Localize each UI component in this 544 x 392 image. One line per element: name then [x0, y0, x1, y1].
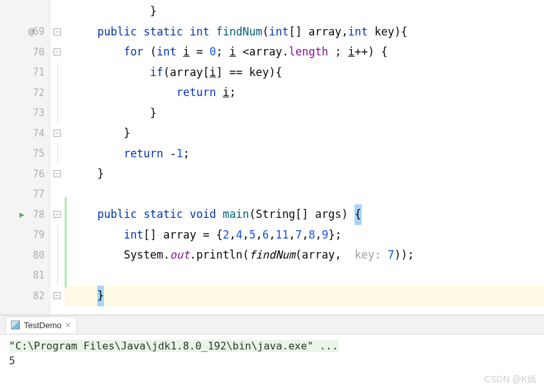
fold-gutter: − − − − − − [50, 0, 64, 315]
line-number: 81 [30, 270, 44, 281]
code-line[interactable] [64, 184, 544, 205]
code-line[interactable]: public static int findNum(int[] array,in… [64, 22, 544, 43]
fold-icon[interactable]: − [53, 130, 61, 137]
code-line[interactable]: } [64, 123, 544, 144]
code-content[interactable]: } public static int findNum(int[] array,… [64, 0, 544, 315]
code-line-current[interactable]: } [64, 286, 544, 306]
tab-label: TestDemo [24, 320, 62, 330]
code-line[interactable] [64, 266, 544, 286]
line-number: 71 [30, 66, 44, 78]
vcs-change-marker [64, 197, 67, 288]
code-line[interactable]: return i; [64, 83, 544, 103]
code-line[interactable]: } [64, 103, 544, 124]
close-icon[interactable]: × [66, 320, 71, 330]
line-number: 80 [30, 250, 44, 261]
console-tab-bar: TestDemo × [0, 315, 544, 335]
code-line[interactable]: System.out.println(findNum(array, key: 7… [64, 245, 544, 266]
code-line[interactable]: for (int i = 0; i <array.length ; i++) { [64, 42, 544, 63]
code-line[interactable]: } [64, 1, 544, 22]
console-command: "C:\Program Files\Java\jdk1.8.0_192\bin\… [9, 340, 338, 352]
line-number: 72 [30, 87, 44, 99]
line-number: 73 [30, 107, 44, 119]
line-number: 70 [30, 46, 44, 58]
run-config-icon [11, 320, 20, 329]
console-panel: TestDemo × "C:\Program Files\Java\jdk1.8… [0, 315, 544, 392]
line-number: 82 [30, 290, 44, 302]
run-icon[interactable]: ▶ [19, 210, 24, 219]
line-number: 79 [30, 229, 44, 240]
console-result: 5 [9, 355, 535, 367]
line-number: 76 [30, 168, 44, 180]
fold-icon[interactable]: − [53, 28, 61, 35]
console-output[interactable]: "C:\Program Files\Java\jdk1.8.0_192\bin\… [0, 335, 544, 392]
console-tab[interactable]: TestDemo × [5, 317, 77, 333]
override-icon[interactable]: @ [28, 26, 34, 37]
code-line[interactable]: return -1; [64, 144, 544, 164]
watermark: CSDN @K嫣 [484, 374, 536, 386]
line-number: 75 [30, 148, 44, 159]
fold-icon[interactable]: − [53, 211, 61, 218]
code-line[interactable]: public static void main(String[] args) { [64, 204, 544, 225]
fold-icon[interactable]: − [53, 292, 61, 299]
code-editor[interactable]: 69@ 70 71 72 73 74 75 76 77 ▶78 79 80 81… [0, 0, 544, 315]
code-line[interactable]: if(array[i] == key){ [64, 63, 544, 83]
line-gutter: 69@ 70 71 72 73 74 75 76 77 ▶78 79 80 81… [0, 0, 50, 315]
fold-icon[interactable]: − [53, 170, 61, 177]
line-number: 74 [30, 128, 44, 139]
line-number: 77 [30, 188, 44, 200]
code-line[interactable]: } [64, 164, 544, 184]
code-line[interactable]: int[] array = {2,4,5,6,11,7,8,9}; [64, 225, 544, 246]
line-number: 78 [30, 209, 44, 220]
fold-icon[interactable]: − [53, 48, 61, 55]
